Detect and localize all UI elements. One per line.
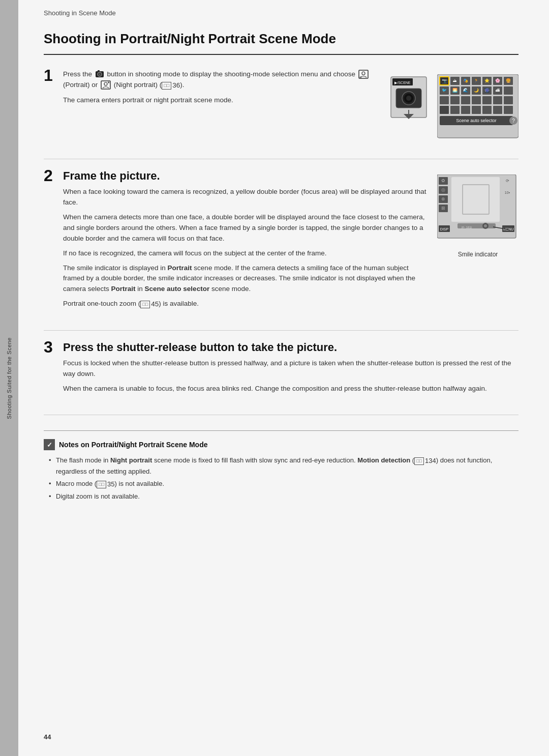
- page: Shooting Suited for the Scene Shooting i…: [0, 0, 549, 756]
- svg-rect-47: [440, 96, 449, 104]
- svg-text:?: ?: [512, 118, 515, 124]
- svg-text:✿: ✿: [359, 76, 361, 79]
- page-title: Shooting in Portrait/Night Portrait Scen…: [44, 31, 518, 55]
- step-3-line-2: When the camera is unable to focus, the …: [63, 384, 518, 394]
- svg-rect-50: [472, 96, 481, 104]
- notes-section: ✓ Notes on Portrait/Night Portrait Scene…: [44, 430, 518, 502]
- svg-rect-58: [482, 106, 492, 114]
- svg-rect-46: [504, 86, 513, 95]
- step-1-content: Press the button in shooting mode to dis…: [63, 69, 518, 142]
- step-3-body: Focus is locked when the shutter-release…: [63, 358, 518, 394]
- camera-button-icon: [95, 70, 104, 79]
- svg-rect-57: [472, 106, 481, 114]
- notes-icon: ✓: [44, 439, 55, 450]
- camera-lcd-svg: ✿ ◎ ⊗ ⊠ DISP: [437, 175, 518, 246]
- svg-text:Scene auto selector: Scene auto selector: [456, 118, 497, 123]
- mode-button-svg: ▶/SCENE: [388, 74, 429, 130]
- step-1-layout: Press the button in shooting mode to dis…: [63, 69, 518, 142]
- step-3-title: Press the shutter-release button to take…: [63, 341, 518, 354]
- svg-point-2: [99, 73, 101, 75]
- step-2-line-1: When a face looking toward the camera is…: [63, 187, 427, 208]
- svg-rect-59: [493, 106, 502, 114]
- notes-header: ✓ Notes on Portrait/Night Portrait Scene…: [44, 439, 518, 450]
- step-3-header: 3 Press the shutter-release button to ta…: [44, 341, 518, 398]
- step-2-line-5: Portrait one-touch zoom (□□ 45) is avail…: [63, 299, 427, 310]
- page-number: 44: [44, 733, 51, 741]
- svg-point-16: [406, 96, 411, 101]
- svg-text:🌙: 🌙: [474, 88, 479, 93]
- step-2-body: When a face looking toward the camera is…: [63, 187, 427, 310]
- step-1-header: 1 Press the: [44, 69, 518, 142]
- step-3-content: Press the shutter-release button to take…: [63, 341, 518, 398]
- step-1-body: Press the button in shooting mode to dis…: [63, 69, 378, 106]
- step-2-header: 2 Frame the picture. When a face looking…: [44, 169, 518, 314]
- notes-title: Notes on Portrait/Night Portrait Scene M…: [59, 441, 207, 449]
- svg-text:🐦: 🐦: [442, 88, 447, 93]
- step-2-line-4: The smile indicator is displayed in Port…: [63, 263, 427, 295]
- svg-rect-56: [461, 106, 470, 114]
- svg-rect-3: [98, 70, 100, 72]
- step-2-section: 2 Frame the picture. When a face looking…: [44, 169, 518, 331]
- svg-text:🏃: 🏃: [474, 78, 479, 83]
- notes-item-3: Digital zoom is not available.: [49, 491, 518, 502]
- svg-text:◎: ◎: [441, 187, 445, 192]
- svg-text:🌊: 🌊: [463, 88, 468, 93]
- svg-point-85: [484, 224, 487, 227]
- svg-text:⟳: ⟳: [506, 179, 509, 183]
- svg-text:✓: ✓: [47, 441, 52, 449]
- svg-text:|F- 161|: |F- 161|: [462, 226, 472, 229]
- svg-text:✿: ✿: [441, 178, 445, 183]
- step-2-line-2: When the camera detects more than one fa…: [63, 212, 427, 244]
- step-2-line-3: If no face is recognized, the camera wil…: [63, 248, 427, 259]
- svg-text:📷: 📷: [442, 78, 448, 84]
- svg-text:🎆: 🎆: [484, 88, 490, 93]
- svg-point-5: [362, 72, 365, 75]
- notes-item-1: The flash mode in Night portrait scene m…: [49, 455, 518, 477]
- step-1-text: Press the button in shooting mode to dis…: [63, 69, 378, 110]
- step-3-line-1: Focus is locked when the shutter-release…: [63, 358, 518, 380]
- svg-text:10▪: 10▪: [505, 191, 510, 194]
- step-1-section: 1 Press the: [44, 69, 518, 159]
- step-2-layout: Frame the picture. When a face looking t…: [63, 169, 518, 314]
- svg-text:DISP: DISP: [440, 227, 449, 231]
- step-2-image: ✿ ◎ ⊗ ⊠ DISP: [437, 175, 518, 258]
- step-1-images: ▶/SCENE: [388, 74, 518, 142]
- svg-text:⊠: ⊠: [441, 206, 445, 211]
- notes-item-2: Macro mode (□□ 35) is not available.: [49, 479, 518, 490]
- svg-rect-52: [493, 96, 502, 104]
- menu-grid-image: 📷 ⛰ 🎭 🏃 ⭐ 🌸 🍔 🐦 🌅: [437, 74, 518, 142]
- portrait-icon: ✿: [358, 70, 369, 79]
- step-2-title: Frame the picture.: [63, 169, 427, 183]
- step-2-number: 2: [44, 167, 63, 184]
- svg-text:🍔: 🍔: [506, 78, 511, 83]
- svg-rect-53: [504, 96, 513, 104]
- svg-text:⭐: ⭐: [484, 78, 490, 83]
- step-3-number: 3: [44, 339, 63, 355]
- svg-rect-51: [482, 96, 492, 104]
- night-portrait-icon: ★: [101, 80, 111, 90]
- svg-rect-55: [450, 106, 460, 114]
- step-1-number: 1: [44, 67, 63, 83]
- main-content: Shooting in Scene Mode Shooting in Portr…: [18, 0, 549, 756]
- mode-button-image: ▶/SCENE: [388, 74, 429, 132]
- step-3-section: 3 Press the shutter-release button to ta…: [44, 341, 518, 415]
- step-2-content: Frame the picture. When a face looking t…: [63, 169, 518, 314]
- svg-rect-60: [504, 106, 513, 114]
- side-tab: Shooting Suited for the Scene: [0, 0, 18, 756]
- step-1-line-2: The camera enters portrait or night port…: [63, 95, 378, 106]
- breadcrumb: Shooting in Scene Mode: [44, 0, 518, 22]
- svg-text:▶/SCENE: ▶/SCENE: [394, 81, 410, 84]
- svg-rect-49: [461, 96, 470, 104]
- svg-text:🏙: 🏙: [496, 88, 500, 93]
- svg-text:🎭: 🎭: [463, 78, 468, 83]
- step-1-line-1: Press the button in shooting mode to dis…: [63, 69, 378, 91]
- svg-text:🌅: 🌅: [452, 88, 458, 93]
- svg-text:🌸: 🌸: [495, 78, 500, 83]
- svg-text:⛰: ⛰: [453, 78, 457, 83]
- side-tab-label: Shooting Suited for the Scene: [6, 337, 12, 419]
- notes-checkmark-icon: ✓: [44, 439, 55, 450]
- svg-rect-48: [450, 96, 460, 104]
- svg-text:★: ★: [107, 81, 110, 84]
- notes-list: The flash mode in Night portrait scene m…: [44, 455, 518, 502]
- svg-text:⊗: ⊗: [441, 196, 445, 201]
